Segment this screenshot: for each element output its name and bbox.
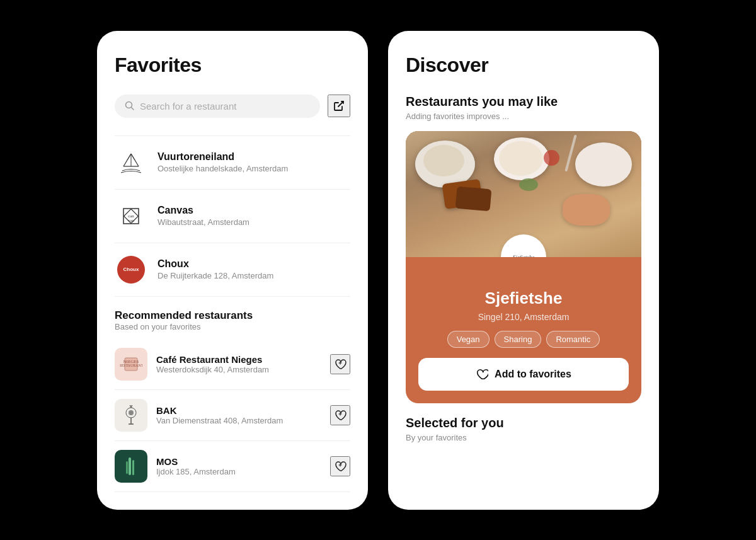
heart-icon [476, 368, 488, 381]
rec-address: Ijdok 185, Amsterdam [156, 467, 321, 476]
svg-rect-29 [126, 461, 128, 474]
svg-rect-27 [129, 457, 131, 475]
favorites-title: Favorites [115, 54, 350, 77]
card-logo-text: Sjefietshe [513, 254, 535, 257]
restaurant-name: Choux [158, 258, 350, 270]
heart-add-icon [333, 357, 347, 371]
svg-line-8 [131, 154, 135, 160]
card-restaurant-name: Sjefietshe [418, 289, 629, 308]
search-input-wrapper[interactable]: Search for a restaurant [115, 95, 320, 118]
rec-info: BAK Van Diemenstraat 408, Amsterdam [156, 405, 321, 425]
restaurant-info: Canvas Wibautstraat, Amsterdam [158, 205, 350, 227]
heart-add-icon [333, 408, 347, 422]
restaurant-item[interactable]: Vuurtoreneiland Oostelijke handelskade, … [115, 136, 350, 190]
svg-text:NIEGES: NIEGES [123, 359, 139, 364]
canvas-logo-svg: can vas [117, 202, 145, 230]
selected-section: Selected for you By your favorites [406, 416, 641, 442]
recommended-title: Recommended restaurants [115, 309, 350, 322]
rec-info: MOS Ijdok 185, Amsterdam [156, 456, 321, 476]
tag-sharing: Sharing [495, 331, 542, 348]
nieges-logo-svg: RESTAURANT NIEGES [120, 353, 142, 376]
restaurant-item[interactable]: Choux Choux De Ruijterkade 128, Amsterda… [115, 243, 350, 297]
card-restaurant-address: Singel 210, Amsterdam [418, 312, 629, 322]
featured-restaurant-card: Sjefietshe Sjefietshe Singel 210, Amster… [406, 131, 641, 403]
tags-row: Vegan Sharing Romantic [418, 331, 629, 348]
tag-vegan: Vegan [447, 331, 490, 348]
svg-text:vas: vas [128, 218, 134, 223]
recommended-item[interactable]: BAK Van Diemenstraat 408, Amsterdam [115, 390, 350, 441]
recommended-item[interactable]: MOS Ijdok 185, Amsterdam [115, 441, 350, 492]
rec-logo-mos [115, 450, 147, 483]
add-favorite-button[interactable] [330, 354, 350, 374]
rec-name: Café Restaurant Nieges [156, 354, 321, 365]
external-link-icon [333, 100, 345, 112]
recommended-list: RESTAURANT NIEGES Café Restaurant Nieges… [115, 339, 350, 492]
external-link-button[interactable] [328, 95, 350, 117]
restaurant-logo-choux: Choux [115, 253, 147, 286]
vuurtoreneiland-logo-svg [117, 149, 145, 176]
restaurant-name: Vuurtoreneiland [158, 151, 350, 163]
rec-logo-bak [115, 399, 147, 432]
restaurant-address: Oostelijke handelskade, Amsterdam [158, 164, 350, 173]
svg-line-7 [127, 154, 131, 160]
favorites-list: Vuurtoreneiland Oostelijke handelskade, … [115, 135, 350, 297]
svg-line-2 [338, 101, 343, 106]
restaurant-name: Canvas [158, 205, 350, 216]
restaurant-address: Wibautstraat, Amsterdam [158, 217, 350, 227]
rec-address: Van Diemenstraat 408, Amsterdam [156, 416, 321, 425]
heart-add-icon [333, 459, 347, 473]
discover-screen: Discover Restaurants you may like Adding… [388, 31, 659, 510]
add-favorites-label: Add to favorites [495, 369, 571, 380]
restaurant-item[interactable]: can vas Canvas Wibautstraat, Amsterdam [115, 190, 350, 243]
tag-romantic: Romantic [546, 331, 600, 348]
may-like-subtitle: Adding favorites improves ... [406, 112, 641, 121]
choux-logo-circle: Choux [117, 256, 145, 284]
rec-address: Westerdoksdijk 40, Amsterdam [156, 365, 321, 374]
add-to-favorites-button[interactable]: Add to favorites [418, 358, 629, 391]
discover-title: Discover [406, 54, 641, 77]
add-favorite-button[interactable] [330, 456, 350, 476]
svg-rect-28 [132, 460, 134, 475]
may-like-title: Restaurants you may like [406, 95, 641, 109]
restaurant-logo-canvas: can vas [115, 200, 147, 233]
search-icon [125, 101, 135, 111]
selected-subtitle: By your favorites [406, 433, 641, 442]
recommended-subtitle: Based on your favorites [115, 322, 350, 331]
recommended-section-heading: Recommended restaurants Based on your fa… [115, 309, 350, 331]
restaurant-address: De Ruijterkade 128, Amsterdam [158, 271, 350, 280]
rec-name: BAK [156, 405, 321, 416]
svg-point-22 [129, 410, 134, 415]
restaurant-info: Choux De Ruijterkade 128, Amsterdam [158, 258, 350, 280]
search-bar: Search for a restaurant [115, 95, 350, 118]
bak-logo-svg [120, 404, 142, 427]
rec-info: Café Restaurant Nieges Westerdoksdijk 40… [156, 354, 321, 374]
card-content: Sjefietshe Singel 210, Amsterdam Vegan S… [406, 257, 641, 403]
card-food-image: Sjefietshe [406, 131, 641, 257]
restaurant-logo-vuurtoreneiland [115, 146, 147, 179]
mos-logo-svg [120, 455, 142, 478]
restaurant-info: Vuurtoreneiland Oostelijke handelskade, … [158, 151, 350, 173]
choux-logo-text: Choux [123, 267, 139, 272]
search-placeholder: Search for a restaurant [140, 101, 236, 112]
add-favorite-button[interactable] [330, 405, 350, 425]
recommended-item[interactable]: RESTAURANT NIEGES Café Restaurant Nieges… [115, 339, 350, 390]
selected-title: Selected for you [406, 416, 641, 430]
favorites-screen: Favorites Search for a restaurant [97, 31, 368, 510]
rec-logo-nieges: RESTAURANT NIEGES [115, 348, 147, 381]
svg-line-1 [132, 108, 134, 110]
rec-name: MOS [156, 456, 321, 467]
